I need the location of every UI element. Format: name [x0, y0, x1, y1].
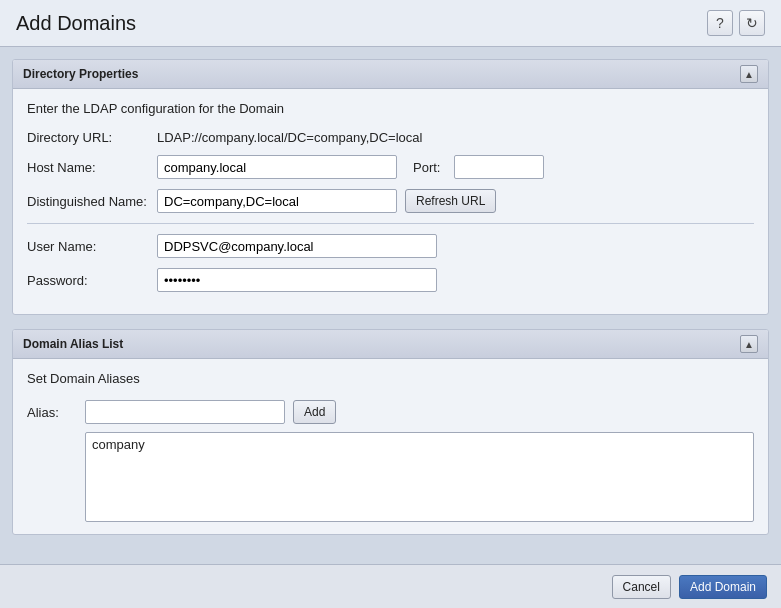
- directory-properties-description: Enter the LDAP configuration for the Dom…: [27, 101, 754, 116]
- alias-list[interactable]: company: [85, 432, 754, 522]
- directory-properties-collapse-btn[interactable]: ▲: [740, 65, 758, 83]
- footer-bar: Cancel Add Domain: [0, 564, 781, 608]
- distinguished-name-row: Distinguished Name: Refresh URL: [27, 189, 754, 213]
- refresh-button[interactable]: ↻: [739, 10, 765, 36]
- page-title: Add Domains: [16, 12, 136, 35]
- password-input[interactable]: [157, 268, 437, 292]
- host-name-row: Host Name: Port:: [27, 155, 754, 179]
- domain-alias-header: Domain Alias List ▲: [13, 330, 768, 359]
- alias-input-row: Alias: Add: [27, 400, 754, 424]
- password-label: Password:: [27, 273, 157, 288]
- domain-alias-title: Domain Alias List: [23, 337, 123, 351]
- alias-input[interactable]: [85, 400, 285, 424]
- add-domain-button[interactable]: Add Domain: [679, 575, 767, 599]
- user-name-input[interactable]: [157, 234, 437, 258]
- user-name-label: User Name:: [27, 239, 157, 254]
- directory-properties-panel: Directory Properties ▲ Enter the LDAP co…: [12, 59, 769, 315]
- directory-url-row: Directory URL: LDAP://company.local/DC=c…: [27, 130, 754, 145]
- cancel-button[interactable]: Cancel: [612, 575, 671, 599]
- title-icons: ? ↻: [707, 10, 765, 36]
- user-name-row: User Name:: [27, 234, 754, 258]
- domain-alias-panel: Domain Alias List ▲ Set Domain Aliases A…: [12, 329, 769, 535]
- distinguished-name-inputs: Refresh URL: [157, 189, 496, 213]
- form-divider: [27, 223, 754, 224]
- password-row: Password:: [27, 268, 754, 292]
- alias-list-item: company: [92, 437, 747, 452]
- refresh-url-button[interactable]: Refresh URL: [405, 189, 496, 213]
- host-name-input[interactable]: [157, 155, 397, 179]
- alias-label: Alias:: [27, 405, 77, 420]
- domain-alias-collapse-btn[interactable]: ▲: [740, 335, 758, 353]
- directory-url-value: LDAP://company.local/DC=company,DC=local: [157, 130, 422, 145]
- distinguished-name-input[interactable]: [157, 189, 397, 213]
- main-scroll-area: Directory Properties ▲ Enter the LDAP co…: [0, 47, 781, 564]
- host-name-label: Host Name:: [27, 160, 157, 175]
- title-bar: Add Domains ? ↻: [0, 0, 781, 47]
- distinguished-name-label: Distinguished Name:: [27, 194, 157, 209]
- domain-alias-body: Set Domain Aliases Alias: Add company: [13, 359, 768, 534]
- port-label: Port:: [413, 160, 440, 175]
- port-input[interactable]: [454, 155, 544, 179]
- add-alias-button[interactable]: Add: [293, 400, 336, 424]
- help-button[interactable]: ?: [707, 10, 733, 36]
- domain-alias-description: Set Domain Aliases: [27, 371, 754, 386]
- directory-properties-title: Directory Properties: [23, 67, 138, 81]
- main-content: Directory Properties ▲ Enter the LDAP co…: [0, 47, 781, 547]
- directory-url-label: Directory URL:: [27, 130, 157, 145]
- directory-properties-header: Directory Properties ▲: [13, 60, 768, 89]
- hostname-row-inputs: Port:: [157, 155, 544, 179]
- directory-properties-body: Enter the LDAP configuration for the Dom…: [13, 89, 768, 314]
